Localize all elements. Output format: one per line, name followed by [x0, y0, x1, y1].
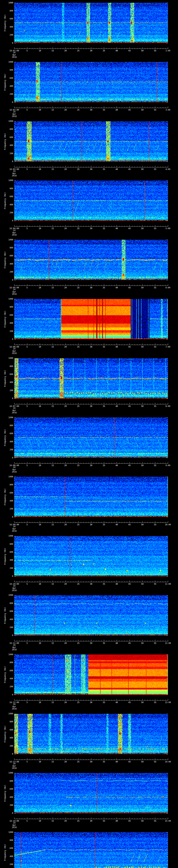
x-tick-label: 45	[128, 583, 131, 585]
x-axis-minor-ticks	[14, 226, 168, 226]
x-tick-label: 50	[141, 761, 144, 763]
x-tick-label: 20	[64, 286, 67, 289]
y-tick-label: 400	[3, 144, 13, 147]
x-tick-label: 55	[154, 227, 156, 230]
x-tick-label: 55	[154, 523, 156, 526]
x-tick-label: 15	[52, 642, 54, 644]
y-tick-label: 200	[3, 567, 13, 569]
y-tick-label: 600	[3, 551, 13, 553]
x-tick-label: 30	[90, 642, 92, 644]
x-end-time-label: 11:00	[165, 583, 171, 585]
y-tick-label: 800	[3, 365, 13, 368]
x-tick-label: 40	[115, 761, 118, 763]
y-tick-label: 800	[3, 306, 13, 308]
date-line: 2016	[12, 175, 17, 177]
date-line: 2016	[12, 589, 17, 592]
y-tick-label: 0	[3, 338, 13, 340]
spectrogram-panel: Frequency (Hz) 1000800600400200016:11:00…	[0, 592, 178, 652]
x-tick-label: 50	[141, 109, 144, 111]
x-end-time-label: 14:00	[165, 761, 171, 763]
x-axis	[14, 47, 168, 49]
y-tick-label: 600	[3, 729, 13, 731]
x-tick-label: 20	[64, 168, 67, 170]
x-axis-minor-ticks	[14, 344, 168, 345]
x-tick-label: 40	[115, 464, 118, 467]
x-tick-label: 5	[26, 405, 28, 407]
spectrogram-canvas	[14, 299, 168, 339]
x-tick-label: 50	[141, 523, 144, 526]
x-axis	[14, 343, 168, 345]
x-tick-label: 5	[26, 820, 28, 822]
x-axis-minor-ticks	[14, 522, 168, 523]
x-tick-label: 5	[26, 346, 28, 348]
x-tick-label: 20	[64, 701, 67, 704]
x-axis-minor-ticks	[14, 48, 168, 49]
x-tick-label: 30	[90, 346, 92, 348]
x-end-time-label: 10:00	[165, 523, 171, 526]
x-axis-minor-ticks	[14, 403, 168, 404]
y-tick-label: 1000	[3, 772, 13, 774]
y-tick-label: 800	[3, 780, 13, 782]
x-tick-label: 25	[77, 286, 80, 289]
x-tick-label: 20	[64, 523, 67, 526]
x-tick-label: 35	[103, 820, 105, 822]
x-tick-label: 10	[38, 227, 41, 230]
x-tick-label: 5	[26, 286, 28, 289]
spectrogram-canvas	[14, 3, 168, 43]
x-tick-label: 30	[90, 464, 92, 467]
y-tick-label: 1000	[3, 357, 13, 359]
x-tick-label: 15	[52, 583, 54, 585]
y-tick-label: 600	[3, 492, 13, 494]
y-tick-label: 0	[3, 397, 13, 400]
y-axis-title: Frequency (Hz)	[4, 14, 6, 31]
date-line: 2016	[12, 56, 17, 58]
x-tick-label: 35	[103, 286, 105, 289]
y-tick-label: 400	[3, 263, 13, 265]
x-tick-label: 35	[103, 701, 105, 704]
x-tick-label: 50	[141, 50, 144, 52]
x-tick-label: 55	[154, 286, 156, 289]
x-tick-label: 55	[154, 701, 156, 704]
x-tick-label: 45	[128, 50, 131, 52]
x-end-time-label: 3:00	[166, 109, 170, 111]
y-tick-label: 800	[3, 661, 13, 664]
x-tick-label: 15	[52, 820, 54, 822]
y-axis-title: Frequency (Hz)	[4, 192, 6, 209]
x-tick-label: 15	[52, 701, 54, 704]
x-tick-label: 55	[154, 50, 156, 52]
date-line: 2016	[12, 412, 17, 414]
x-tick-label: 35	[103, 50, 105, 52]
y-tick-label: 0	[3, 457, 13, 459]
x-end-time-label: 13:00	[165, 701, 171, 704]
x-tick-label: 25	[77, 227, 80, 230]
y-tick-label: 400	[3, 855, 13, 858]
y-tick-label: 600	[3, 314, 13, 316]
x-tick-label: 50	[141, 168, 144, 170]
y-tick-label: 800	[3, 721, 13, 723]
x-end-time-label: 4:00	[166, 168, 170, 170]
x-tick-label: 25	[77, 168, 80, 170]
y-tick-label: 400	[3, 500, 13, 502]
y-tick-label: 600	[3, 255, 13, 257]
y-tick-label: 200	[3, 93, 13, 95]
x-tick-label: 55	[154, 642, 156, 644]
spectrogram-canvas	[14, 358, 168, 399]
y-tick-label: 1000	[3, 831, 13, 833]
x-tick-label: 40	[115, 583, 118, 585]
x-tick-label: 30	[90, 168, 92, 170]
x-end-time-label: 15:00	[165, 820, 171, 822]
spectrogram-canvas	[14, 595, 168, 636]
x-tick-label: 40	[115, 168, 118, 170]
y-tick-label: 0	[3, 694, 13, 696]
spectrogram-canvas	[14, 62, 168, 102]
x-tick-label: 25	[77, 701, 80, 704]
spectrogram-panel: Frequency (Hz) 1000800600400200016:02:00…	[0, 59, 178, 118]
x-tick-label: 5	[26, 523, 28, 526]
y-tick-label: 800	[3, 602, 13, 604]
x-tick-label: 10	[38, 701, 41, 704]
x-end-time-label: 8:00	[166, 405, 170, 407]
y-tick-label: 200	[3, 212, 13, 214]
x-axis	[14, 521, 168, 523]
x-tick-label: 30	[90, 286, 92, 289]
y-tick-label: 600	[3, 18, 13, 20]
